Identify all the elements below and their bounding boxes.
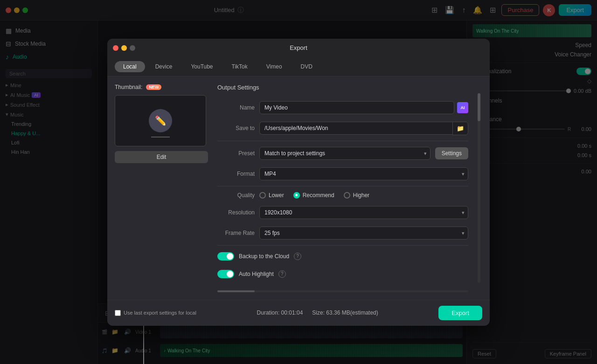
modal-traffic-lights (113, 45, 135, 51)
preset-select[interactable]: Match to project settings (259, 147, 430, 160)
ai-enhance-icon[interactable]: AI (457, 102, 468, 113)
export-modal: Export Local Device YouTube TikTok Vimeo… (107, 39, 490, 326)
form-divider-1 (217, 141, 468, 141)
modal-body: Thumbnail: NEW ✏️ Edit Output Settings N… (107, 76, 490, 300)
duration-info: Duration: 00:01:04 (257, 309, 303, 316)
format-label: Format (217, 171, 255, 177)
auto-highlight-toggle[interactable] (217, 270, 234, 278)
name-input[interactable] (259, 101, 454, 114)
quality-lower[interactable]: Lower (259, 192, 284, 199)
tab-vimeo[interactable]: Vimeo (258, 61, 291, 72)
edit-icon: ✏️ (149, 109, 172, 132)
size-info: Size: 63.36 MB(estimated) (312, 309, 378, 316)
modal-close-btn[interactable] (113, 45, 118, 51)
backup-cloud-label: Backup to the Cloud (239, 253, 289, 260)
form-row-quality: Quality Lower Recommend Higher (217, 188, 468, 202)
footer-info: Duration: 00:01:04 Size: 63.36 MB(estima… (257, 309, 378, 316)
tab-tiktok[interactable]: TikTok (223, 61, 256, 72)
use-last-label: Use last export settings for local (124, 310, 196, 316)
thumbnail-label-row: Thumbnail: NEW (115, 84, 208, 90)
framerate-select-wrapper: 25 fps (259, 227, 468, 240)
thumbnail-preview: ✏️ (115, 95, 206, 146)
form-row-format: Format MP4 (217, 164, 468, 184)
backup-cloud-row: Backup to the Cloud ? (217, 247, 468, 265)
scrollbar-area (217, 283, 468, 292)
thumbnail-text: Thumbnail: (115, 84, 142, 90)
auto-highlight-row: Auto Highlight ? (217, 265, 468, 283)
form-row-framerate: Frame Rate 25 fps (217, 223, 468, 243)
modal-titlebar: Export (107, 39, 490, 57)
saveto-label: Save to (217, 125, 255, 131)
thumbnail-line (151, 137, 170, 137)
form-row-resolution: Resolution 1920x1080 (217, 202, 468, 223)
quality-label: Quality (217, 192, 255, 199)
output-settings-title: Output Settings (217, 84, 468, 91)
form-row-preset: Preset Match to project settings Setting… (217, 143, 468, 164)
tab-device[interactable]: Device (147, 61, 181, 72)
radio-lower (259, 192, 266, 199)
resolution-label: Resolution (217, 209, 255, 216)
backup-cloud-toggle[interactable] (217, 252, 234, 261)
preset-label: Preset (217, 150, 255, 157)
resolution-select[interactable]: 1920x1080 (259, 206, 468, 219)
tab-youtube[interactable]: YouTube (182, 61, 221, 72)
edit-thumbnail-button[interactable]: Edit (115, 151, 208, 163)
format-select[interactable]: MP4 (259, 167, 468, 180)
scrollbar-track-vertical (478, 93, 480, 283)
format-select-wrapper: MP4 (259, 167, 468, 180)
quality-recommend[interactable]: Recommend (293, 192, 334, 199)
modal-minimize-btn[interactable] (121, 45, 127, 51)
modal-tabs: Local Device YouTube TikTok Vimeo DVD (107, 57, 490, 76)
use-last-checkbox[interactable]: Use last export settings for local (115, 310, 196, 316)
quality-options: Lower Recommend Higher (259, 192, 468, 199)
form-divider-2 (217, 186, 468, 186)
preset-settings-button[interactable]: Settings (435, 147, 468, 159)
modal-right-panel: Output Settings Name AI Save to 📁 (217, 84, 468, 292)
tab-dvd[interactable]: DVD (292, 61, 321, 72)
modal-title: Export (290, 44, 307, 51)
preset-select-wrapper: Match to project settings (259, 147, 430, 160)
new-badge: NEW (146, 84, 161, 90)
autohighlight-help-icon[interactable]: ? (278, 270, 286, 278)
radio-higher (344, 192, 350, 199)
export-modal-button[interactable]: Export (438, 306, 482, 320)
modal-left-panel: Thumbnail: NEW ✏️ Edit (115, 84, 208, 292)
tab-local[interactable]: Local (115, 61, 145, 72)
use-last-input[interactable] (115, 310, 121, 316)
modal-overlay: Export Local Device YouTube TikTok Vimeo… (0, 0, 597, 364)
form-divider-3 (217, 245, 468, 246)
scrollbar-thumb-vertical[interactable] (478, 93, 480, 121)
quality-higher[interactable]: Higher (344, 192, 369, 199)
saveto-input[interactable] (259, 122, 452, 135)
backup-help-icon[interactable]: ? (294, 253, 301, 260)
radio-recommend (293, 192, 300, 199)
name-label: Name (217, 104, 255, 111)
auto-highlight-label: Auto Highlight (239, 271, 274, 277)
folder-browse-button[interactable]: 📁 (452, 122, 468, 135)
modal-scrollbar (478, 84, 482, 292)
form-row-saveto: Save to 📁 (217, 118, 468, 139)
scrollbar-track (217, 290, 468, 292)
framerate-label: Frame Rate (217, 230, 255, 236)
modal-footer: Use last export settings for local Durat… (107, 300, 490, 326)
framerate-select[interactable]: 25 fps (259, 227, 468, 240)
scrollbar-thumb[interactable] (217, 290, 255, 292)
form-row-name: Name AI (217, 97, 468, 118)
modal-zoom-btn[interactable] (130, 45, 135, 51)
saveto-input-wrapper: 📁 (259, 122, 468, 135)
resolution-select-wrapper: 1920x1080 (259, 206, 468, 219)
